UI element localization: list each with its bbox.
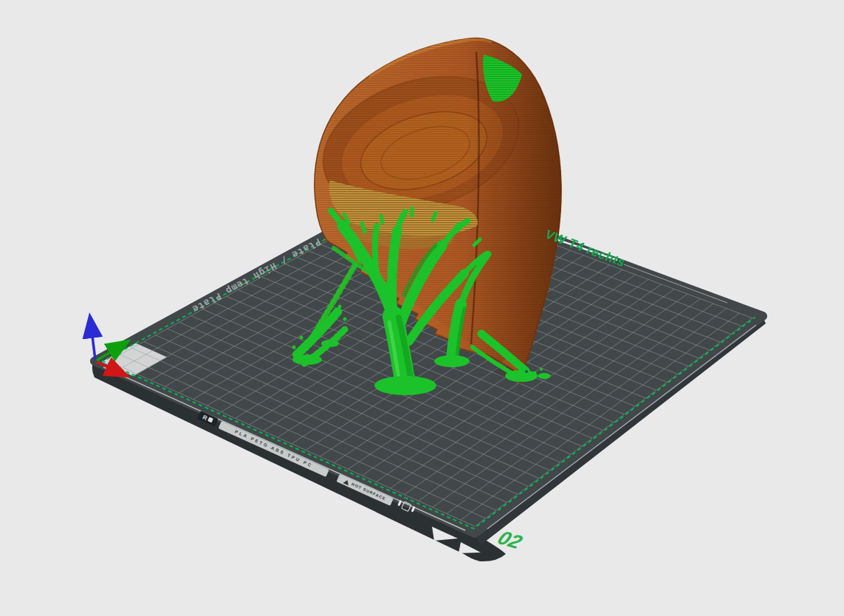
z-axis-arrow (90, 318, 95, 360)
scene-svg (0, 0, 844, 616)
flush-speck (525, 370, 528, 373)
plate-logo-icon (207, 417, 213, 422)
warning-triangle-icon (343, 479, 351, 485)
viewport-3d[interactable]: Plate / High temp Plate R PLA PETG ABS T… (0, 0, 844, 616)
